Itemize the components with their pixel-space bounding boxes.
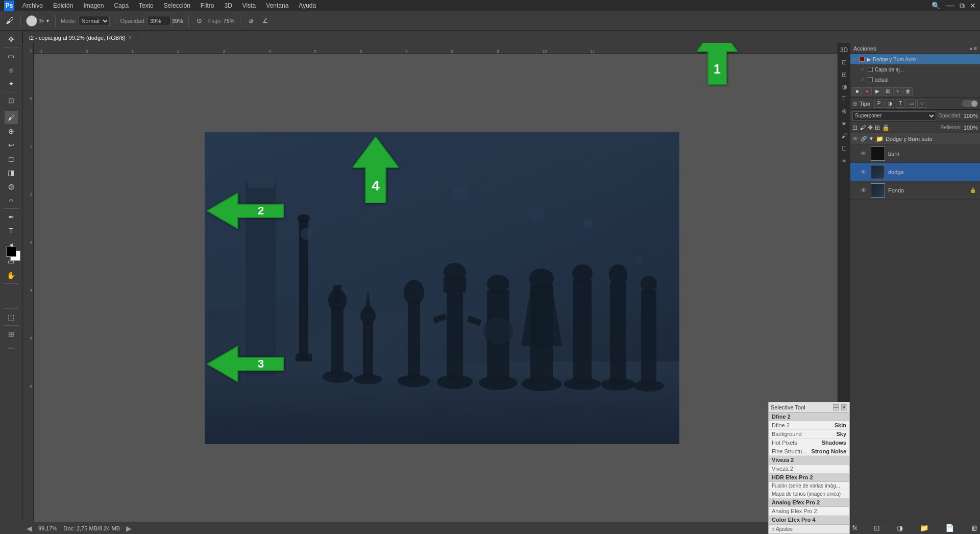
add-mask-btn[interactable]: ⊡ [874,524,880,532]
actions-row-actual[interactable]: ✓ actual [850,75,980,85]
hand-tool[interactable]: ✋ [5,269,18,282]
menu-ventana[interactable]: Ventana [262,1,292,10]
selective-minimize-btn[interactable]: — [833,404,839,410]
actions-stop-btn[interactable]: ■ [852,87,862,95]
quick-mask-tool[interactable]: ⬚ [5,310,18,324]
lasso-tool[interactable]: ⌾ [5,63,18,77]
delete-layer-btn[interactable]: 🗑 [971,524,978,532]
status-back-arrow[interactable]: ◀ [27,524,32,532]
layer-fondo-eye[interactable]: 👁 [861,187,868,194]
actions-new-action-btn[interactable]: + [893,87,902,95]
move-tool[interactable]: ✥ [5,33,18,46]
foreground-color-swatch[interactable] [6,247,16,257]
panel-toggle-1[interactable]: ⊡ [839,57,849,67]
layer-dodge[interactable]: 👁 dodge [850,163,980,181]
panel-toggle-5[interactable]: ⊕ [839,106,849,116]
panel-toggle-6[interactable]: ★ [839,118,849,129]
search-icon[interactable]: 🔍 [932,2,940,10]
actions-row-capa[interactable]: ✓ Capa de aj... [850,64,980,75]
filter-smart-btn[interactable]: ☆ [917,100,926,108]
panel-toggle-4[interactable]: T [839,94,849,104]
viveza2-section-header[interactable]: Viveza 2 [769,456,849,465]
menu-ayuda[interactable]: Ayuda [295,1,320,10]
add-adjustment-btn[interactable]: ◑ [897,524,903,532]
airbrush-toggle[interactable]: ⊙ [194,15,205,27]
actions-new-set-btn[interactable]: ⊞ [883,87,892,95]
window-close-icon[interactable]: ✕ [970,2,976,10]
dfine2-section-header[interactable]: Dfine 2 [769,412,849,421]
panel-toggle-8[interactable]: ◻ [839,143,849,153]
menu-filtro[interactable]: Filtro [197,1,218,10]
opacity-input[interactable] [148,16,170,26]
brush-dropdown-icon[interactable]: ▼ [45,18,50,23]
filter-type-btn[interactable]: T [896,100,905,108]
group-expand-icon[interactable]: ▼ [869,136,874,141]
window-minimize-icon[interactable]: — [946,1,954,10]
blur-tool[interactable]: ◍ [5,180,18,193]
menu-archivo[interactable]: Archivo [18,1,47,10]
filter-shape-btn[interactable]: ▭ [906,100,916,108]
extra-tools-btn[interactable]: ··· [5,341,18,354]
panel-toggle-3[interactable]: ◑ [839,82,849,92]
history-brush-tool[interactable]: ↩ [5,138,18,152]
colorefex-section-header[interactable]: Color Efex Pro 4 [769,516,849,524]
window-restore-icon[interactable]: ⧉ [960,2,965,10]
layer-dodge-eye[interactable]: 👁 [861,168,868,176]
layer-visibility-icon[interactable]: 👁 [852,135,859,142]
dodge-tool[interactable]: ○ [5,193,18,207]
lock-transparent-btn[interactable]: ⊡ [852,124,857,131]
brush-preview[interactable] [26,15,37,27]
tab-close-button[interactable]: × [129,35,132,40]
document-tab[interactable]: t2 - copia.jpg al 99,2% (dodge, RGB/8) × [22,32,138,43]
analog-section-header[interactable]: Analog Efex Pro 2 [769,498,849,507]
filter-adj-btn[interactable]: ◑ [885,100,894,108]
actions-delete-btn[interactable]: 🗑 [903,87,913,95]
filter-kind-btn[interactable]: P [874,100,884,108]
magic-wand-tool[interactable]: ✦ [5,77,18,90]
crop-tool[interactable]: ⊡ [5,94,18,107]
menu-seleccion[interactable]: Selección [160,1,194,10]
actions-play-btn[interactable]: ▶ [873,87,882,95]
mode-select[interactable]: Normal [78,16,110,26]
canvas-content[interactable]: 4 2 3 [34,54,850,522]
blend-mode-select[interactable]: Superponer [852,111,936,120]
pen-tool[interactable]: ✒ [5,210,18,224]
fill-value[interactable]: 100% [964,125,978,131]
panel-toggle-9[interactable]: ≡ [839,155,849,165]
actions-menu-icon[interactable]: ≡ [974,45,977,52]
3d-mode-btn[interactable]: 3D [839,45,849,55]
clone-stamp-tool[interactable]: ⊕ [5,125,18,138]
actions-expand-icon[interactable]: » [969,45,972,52]
layer-fondo[interactable]: 👁 Fondo 🔒 [850,181,980,200]
layer-group-dodge-burn[interactable]: 👁 🔗 ▼ 📁 Dodge y Burn auto [850,133,980,144]
lock-image-btn[interactable]: 🖌 [860,124,866,131]
lock-all-btn[interactable]: 🔒 [882,124,890,131]
lock-artboard-btn[interactable]: ⊞ [875,124,880,131]
lock-position-btn[interactable]: ✥ [868,124,873,131]
marquee-tool[interactable]: ▭ [5,50,18,63]
menu-vista[interactable]: Vista [238,1,260,10]
color-swatches[interactable] [6,247,23,264]
add-fx-btn[interactable]: fx [852,524,857,531]
eraser-tool[interactable]: ◻ [5,152,18,165]
layer-burn-eye[interactable]: 👁 [861,150,868,157]
layer-burn[interactable]: 👁 burn [850,144,980,163]
brush-tool[interactable]: 🖌 [5,111,18,124]
add-group-btn[interactable]: 📁 [920,524,928,532]
status-forward-arrow[interactable]: ▶ [126,524,132,532]
selective-close-btn[interactable]: ✕ [841,404,847,410]
text-tool[interactable]: T [5,224,18,237]
screen-mode-btn[interactable]: ⊞ [5,327,18,341]
panel-toggle-7[interactable]: 🖌 [839,131,849,141]
menu-imagen[interactable]: Imagen [79,1,108,10]
new-layer-btn[interactable]: 📄 [945,524,954,532]
filter-toggle[interactable] [962,100,978,107]
menu-texto[interactable]: Texto [135,1,158,10]
opacity-value-layers[interactable]: 100% [964,113,978,119]
angle-icon[interactable]: ∠ [260,15,271,27]
brush-tool-icon[interactable]: 🖌 [4,15,15,27]
menu-capa[interactable]: Capa [110,1,133,10]
actions-record-btn[interactable]: ● [863,87,872,95]
panel-toggle-2[interactable]: ⊞ [839,69,849,80]
menu-3d[interactable]: 3D [220,1,236,10]
